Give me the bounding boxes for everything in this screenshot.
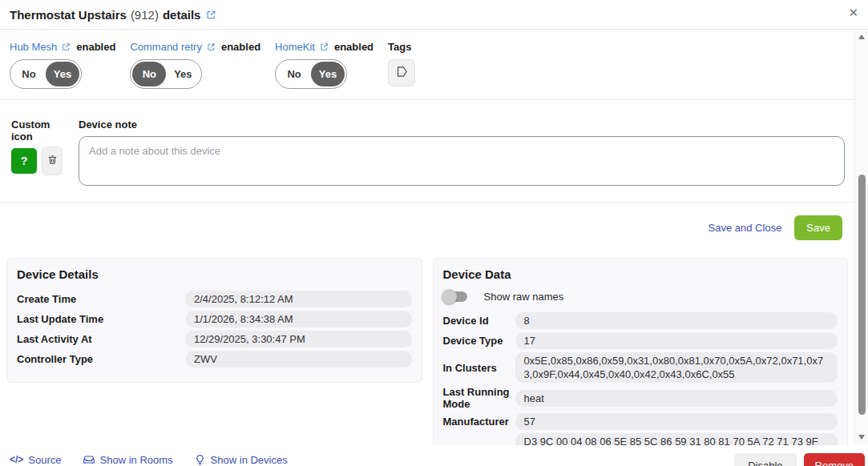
detail-row: Last Activity At 12/29/2025, 3:30:47 PM: [17, 331, 412, 347]
show-in-devices-label: Show in Devices: [211, 454, 288, 466]
scroll-up-arrow-icon[interactable]: [858, 34, 865, 39]
show-raw-names-toggle[interactable]: [443, 291, 467, 302]
delete-icon-button[interactable]: [42, 147, 63, 175]
detail-label: Last Activity At: [17, 333, 185, 345]
tags-group: Tags: [388, 41, 415, 89]
toggle-option-yes[interactable]: Yes: [311, 62, 345, 86]
device-details-panel: Device Details Create Time 2/4/2025, 8:1…: [6, 258, 422, 383]
source-link[interactable]: </> Source: [10, 454, 62, 466]
section-divider: [0, 99, 854, 100]
tags-label: Tags: [388, 41, 411, 53]
command-retry-label: Command retry enabled: [130, 41, 260, 53]
custom-icon-column: Custom icon ?: [11, 119, 67, 189]
toggle-option-no[interactable]: No: [12, 62, 46, 86]
detail-label: Create Time: [17, 293, 185, 305]
vertical-scrollbar[interactable]: [854, 30, 868, 444]
toggle-option-no[interactable]: No: [277, 62, 311, 86]
hub-mesh-status: enabled: [76, 41, 115, 53]
scroll-down-arrow-icon[interactable]: [858, 435, 865, 440]
detail-label: Last Update Time: [17, 313, 185, 325]
remove-button[interactable]: Remove: [804, 453, 865, 466]
hub-mesh-switch[interactable]: No Yes: [10, 59, 82, 89]
detail-row: Controller Type ZWV: [17, 351, 412, 368]
panels-row: Device Details Create Time 2/4/2025, 8:1…: [0, 258, 854, 466]
note-section: Custom icon ? Device note: [0, 111, 854, 189]
detail-value: 12/29/2025, 3:30:47 PM: [185, 331, 412, 347]
data-label: Manufacturer: [443, 416, 515, 428]
data-value: 17: [515, 332, 838, 349]
data-label: Device Id: [443, 315, 515, 327]
hub-mesh-label: Hub Mesh enabled: [10, 41, 115, 53]
data-value: 8: [515, 312, 838, 329]
room-icon: [83, 453, 95, 466]
command-retry-status: enabled: [221, 41, 260, 53]
save-button[interactable]: Save: [794, 215, 842, 240]
show-raw-names-label: Show raw names: [484, 291, 564, 303]
external-link-icon: [320, 42, 329, 51]
dialog-footer: </> Source Show in Rooms Show in Devices…: [0, 445, 868, 466]
device-data-title: Device Data: [443, 267, 838, 281]
dialog-content: Hub Mesh enabled No Yes Command retry: [0, 30, 854, 445]
detail-row: Last Update Time 1/1/2026, 8:34:38 AM: [17, 311, 412, 327]
footer-buttons: Disable Remove: [734, 453, 865, 466]
save-and-close-link[interactable]: Save and Close: [709, 222, 782, 234]
device-name: Thermostat Upstairs: [10, 8, 127, 22]
external-link-icon[interactable]: [206, 10, 216, 20]
data-row: Manufacturer 57: [443, 413, 838, 430]
homekit-label: HomeKit enabled: [275, 41, 373, 53]
detail-value: ZWV: [185, 351, 412, 368]
tags-button[interactable]: [388, 59, 415, 86]
external-link-icon: [207, 42, 216, 51]
save-row: Save and Close Save: [0, 203, 854, 240]
page-title: Thermostat Upstairs (912) details: [10, 8, 216, 22]
data-label: Device Type: [443, 335, 515, 347]
code-icon: </>: [10, 454, 23, 465]
detail-label: Controller Type: [17, 353, 185, 365]
toggle-option-no[interactable]: No: [132, 62, 166, 86]
scrollbar-thumb[interactable]: [858, 175, 866, 415]
custom-icon-label: Custom icon: [11, 119, 67, 143]
device-details-dialog: Thermostat Upstairs (912) details ✕ Hub …: [0, 0, 868, 466]
data-row: Last Running Mode heat: [443, 386, 838, 410]
homekit-toggle-group: HomeKit enabled No Yes: [275, 41, 373, 89]
bulb-icon: [194, 454, 206, 466]
detail-value: 2/4/2025, 8:12:12 AM: [185, 291, 412, 307]
title-suffix: details: [163, 8, 201, 22]
homekit-link[interactable]: HomeKit: [275, 41, 315, 53]
homekit-status: enabled: [334, 41, 373, 53]
detail-value: 1/1/2026, 8:34:38 AM: [185, 311, 412, 327]
show-in-rooms-label: Show in Rooms: [100, 454, 173, 466]
data-value: heat: [515, 390, 838, 407]
device-number: (912): [131, 8, 159, 22]
data-label: In Clusters: [443, 362, 515, 374]
detail-row: Create Time 2/4/2025, 8:12:12 AM: [17, 291, 412, 307]
device-note-label: Device note: [79, 119, 845, 131]
trash-icon: [46, 154, 59, 168]
device-note-input[interactable]: [79, 136, 845, 186]
hub-mesh-link[interactable]: Hub Mesh: [10, 41, 57, 53]
tag-icon: [395, 65, 409, 81]
raw-names-row: Show raw names: [443, 291, 838, 303]
data-value: 57: [515, 413, 838, 430]
device-note-column: Device note: [79, 119, 845, 189]
data-row: Device Type 17: [443, 332, 838, 349]
device-details-title: Device Details: [17, 267, 412, 281]
hub-mesh-toggle-group: Hub Mesh enabled No Yes: [10, 41, 115, 89]
data-label: Last Running Mode: [443, 386, 515, 410]
custom-icon-button[interactable]: ?: [11, 148, 37, 174]
data-row: Device Id 8: [443, 312, 838, 329]
dialog-header: Thermostat Upstairs (912) details ✕: [0, 0, 868, 30]
homekit-switch[interactable]: No Yes: [275, 59, 347, 89]
disable-button[interactable]: Disable: [734, 453, 796, 466]
command-retry-link[interactable]: Command retry: [130, 41, 202, 53]
toggle-option-yes[interactable]: Yes: [46, 62, 79, 86]
external-link-icon: [62, 42, 71, 51]
command-retry-switch[interactable]: No Yes: [130, 59, 202, 89]
device-data-panel: Device Data Show raw names Device Id 8 D…: [433, 258, 849, 466]
close-icon[interactable]: ✕: [848, 6, 858, 18]
toggles-row: Hub Mesh enabled No Yes Command retry: [0, 30, 854, 89]
show-in-rooms-link[interactable]: Show in Rooms: [83, 453, 173, 466]
toggle-option-yes[interactable]: Yes: [166, 62, 200, 86]
show-in-devices-link[interactable]: Show in Devices: [194, 454, 288, 466]
source-link-label: Source: [28, 454, 61, 466]
